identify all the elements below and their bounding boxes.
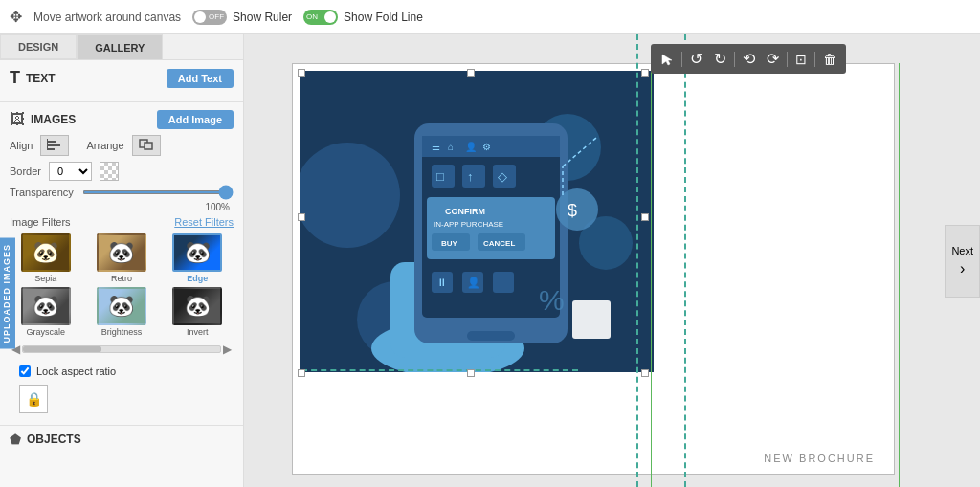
text-section-header: T TEXT Add Text <box>10 68 234 88</box>
solid-guide-v1 <box>651 63 652 487</box>
filter-invert-label: Invert <box>187 327 209 337</box>
redo-button[interactable]: ↻ <box>710 48 730 70</box>
svg-text:CANCEL: CANCEL <box>483 239 515 248</box>
next-button[interactable]: Next › <box>945 225 980 298</box>
filter-retro-thumb <box>97 233 146 272</box>
svg-text:⏸: ⏸ <box>436 277 447 288</box>
image-filters-row: Image Filters Reset Filters <box>10 216 234 228</box>
transparency-label: Transparency <box>10 187 77 198</box>
svg-rect-22 <box>462 165 485 188</box>
handle-tc[interactable] <box>467 69 475 77</box>
redo-alt-button[interactable]: ⟳ <box>763 48 783 70</box>
svg-text:□: □ <box>436 169 444 184</box>
add-text-button[interactable]: Add Text <box>167 69 234 88</box>
handle-tl[interactable] <box>298 69 305 77</box>
show-ruler-toggle[interactable]: OFF <box>192 10 227 25</box>
images-section-icon: 🖼 <box>10 111 25 128</box>
filter-grayscale[interactable]: Grayscale <box>10 287 81 337</box>
border-label: Border <box>10 166 41 177</box>
design-tab[interactable]: DESIGN <box>0 34 77 59</box>
svg-rect-2 <box>47 148 55 150</box>
show-fold-toggle[interactable]: ON <box>303 10 338 25</box>
filter-scrollbar[interactable] <box>22 345 221 353</box>
filter-brightness-label: Brightness <box>101 327 143 337</box>
svg-text:👤: 👤 <box>467 276 480 289</box>
handle-br[interactable] <box>641 369 649 377</box>
arrange-label: Arrange <box>86 140 123 151</box>
svg-text:BUY: BUY <box>441 239 458 248</box>
image-filters-label: Image Filters <box>10 216 71 228</box>
handle-mr[interactable] <box>641 213 649 221</box>
lock-icon-box[interactable]: 🔒 <box>19 385 48 413</box>
lock-label: Lock aspect ratio <box>36 365 116 377</box>
filter-retro[interactable]: Retro <box>85 233 157 283</box>
text-section-icon: T <box>10 68 20 88</box>
filter-brightness[interactable]: Brightness <box>85 287 157 337</box>
filter-invert-thumb <box>172 287 222 325</box>
next-arrow: › <box>960 260 965 277</box>
tabs-row: DESIGN GALLERY <box>0 34 243 60</box>
align-left-button[interactable] <box>40 135 69 156</box>
scroll-right-arrow[interactable]: ▶ <box>223 343 232 356</box>
handle-tr[interactable] <box>641 69 649 77</box>
toolbar-separator-2 <box>734 52 735 67</box>
brochure-label: NEW BROCHURE <box>764 453 875 464</box>
svg-text:$: $ <box>568 201 577 220</box>
transparency-value: 100% <box>10 202 234 212</box>
canvas-area: ↺ ↻ ⟲ ⟳ ⊡ 🗑 NEW BROCHURE <box>244 34 980 487</box>
toolbar-separator-3 <box>787 52 788 67</box>
transparency-slider[interactable] <box>82 190 234 194</box>
show-fold-toggle-group: ON Show Fold Line <box>303 10 423 25</box>
gallery-tab[interactable]: GALLERY <box>77 34 163 59</box>
svg-text:◇: ◇ <box>498 169 507 184</box>
filter-grayscale-thumb <box>21 287 71 325</box>
crop-button[interactable]: ⊡ <box>791 50 811 69</box>
delete-button[interactable]: 🗑 <box>819 50 840 69</box>
left-sidebar: UPLOADED IMAGES DESIGN GALLERY T TEXT Ad… <box>0 34 244 487</box>
filter-invert[interactable]: Invert <box>162 287 234 337</box>
phone-illustration-container[interactable]: ☰ ⌂ 👤 ⚙ □ ↑ ◇ CONFIRM IN-APP PURCHASE <box>300 71 654 372</box>
text-section-title: TEXT <box>26 72 161 85</box>
undo-button[interactable]: ↺ <box>686 48 706 70</box>
svg-text:👤: 👤 <box>465 141 478 153</box>
handle-bl[interactable] <box>298 369 305 377</box>
lock-icon: 🔒 <box>26 391 42 407</box>
next-label: Next <box>951 245 973 256</box>
solid-guide-v2 <box>899 63 900 487</box>
filter-edge[interactable]: Edge <box>162 233 234 283</box>
border-select[interactable]: 0123 <box>49 162 92 181</box>
filter-sepia[interactable]: Sepia <box>10 233 81 283</box>
svg-rect-16 <box>422 136 560 157</box>
border-color-picker[interactable] <box>100 162 119 181</box>
undo-alt-button[interactable]: ⟲ <box>739 48 759 70</box>
arrange-button[interactable] <box>132 135 161 156</box>
images-section-header: 🖼 IMAGES Add Image <box>10 110 234 129</box>
canvas-toolbar: ↺ ↻ ⟲ ⟳ ⊡ 🗑 <box>651 44 846 74</box>
show-ruler-toggle-group: OFF Show Ruler <box>192 10 292 25</box>
images-section-title: IMAGES <box>31 113 151 126</box>
filter-sepia-thumb <box>21 233 71 272</box>
filter-sepia-label: Sepia <box>34 274 56 283</box>
objects-section: ⬟ OBJECTS <box>0 426 243 453</box>
images-section: 🖼 IMAGES Add Image Align Arrange Border <box>0 102 243 426</box>
svg-text:⚙: ⚙ <box>482 142 491 152</box>
main-content: UPLOADED IMAGES DESIGN GALLERY T TEXT Ad… <box>0 34 980 487</box>
border-row: Border 0123 <box>10 162 234 181</box>
add-image-button[interactable]: Add Image <box>157 110 234 129</box>
svg-text:☰: ☰ <box>432 142 440 152</box>
handle-ml[interactable] <box>298 213 305 221</box>
objects-icon: ⬟ <box>10 432 21 447</box>
uploaded-images-tab[interactable]: UPLOADED IMAGES <box>0 238 15 349</box>
toolbar-separator-4 <box>814 52 815 67</box>
svg-rect-39 <box>467 331 515 341</box>
toolbar-separator-1 <box>681 52 682 67</box>
objects-header: ⬟ OBJECTS <box>10 432 234 447</box>
svg-rect-5 <box>145 143 152 149</box>
objects-title: OBJECTS <box>27 432 81 446</box>
transparency-row: Transparency <box>10 187 234 198</box>
handle-bc[interactable] <box>467 369 475 377</box>
svg-rect-0 <box>47 141 56 143</box>
reset-filters-button[interactable]: Reset Filters <box>174 216 234 228</box>
lock-checkbox[interactable] <box>19 365 31 377</box>
tool-pointer-button[interactable] <box>657 51 678 68</box>
